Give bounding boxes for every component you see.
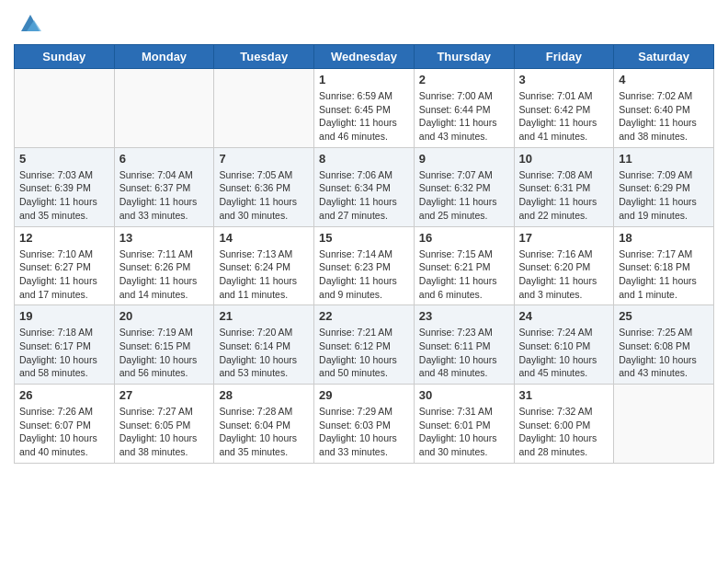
cell-details: Sunrise: 7:19 AM Sunset: 6:15 PM Dayligh… — [119, 326, 210, 380]
calendar-cell: 28Sunrise: 7:28 AM Sunset: 6:04 PM Dayli… — [214, 385, 314, 464]
calendar-cell: 7Sunrise: 7:05 AM Sunset: 6:36 PM Daylig… — [214, 147, 314, 226]
cell-details: Sunrise: 7:29 AM Sunset: 6:03 PM Dayligh… — [319, 405, 409, 459]
cell-details: Sunrise: 7:25 AM Sunset: 6:08 PM Dayligh… — [619, 326, 709, 380]
calendar-cell: 1Sunrise: 6:59 AM Sunset: 6:45 PM Daylig… — [314, 69, 415, 148]
day-number: 14 — [219, 231, 309, 245]
weekday-header-tuesday: Tuesday — [214, 45, 314, 69]
weekday-header-friday: Friday — [514, 45, 614, 69]
calendar-cell: 21Sunrise: 7:20 AM Sunset: 6:14 PM Dayli… — [214, 305, 314, 385]
cell-details: Sunrise: 7:08 AM Sunset: 6:31 PM Dayligh… — [519, 168, 609, 223]
calendar-cell: 10Sunrise: 7:08 AM Sunset: 6:31 PM Dayli… — [514, 147, 614, 226]
calendar-cell: 12Sunrise: 7:10 AM Sunset: 6:27 PM Dayli… — [15, 226, 115, 305]
calendar-cell: 25Sunrise: 7:25 AM Sunset: 6:08 PM Dayli… — [614, 305, 714, 385]
cell-details: Sunrise: 7:24 AM Sunset: 6:10 PM Dayligh… — [519, 326, 609, 380]
weekday-header-thursday: Thursday — [414, 45, 514, 69]
calendar-cell: 19Sunrise: 7:18 AM Sunset: 6:17 PM Dayli… — [15, 305, 115, 385]
week-row-3: 12Sunrise: 7:10 AM Sunset: 6:27 PM Dayli… — [15, 226, 714, 305]
cell-details: Sunrise: 6:59 AM Sunset: 6:45 PM Dayligh… — [319, 89, 409, 144]
cell-details: Sunrise: 7:32 AM Sunset: 6:00 PM Dayligh… — [519, 405, 609, 459]
day-number: 12 — [19, 231, 109, 245]
calendar-cell: 3Sunrise: 7:01 AM Sunset: 6:42 PM Daylig… — [514, 69, 614, 148]
cell-details: Sunrise: 7:05 AM Sunset: 6:36 PM Dayligh… — [219, 168, 309, 223]
cell-details: Sunrise: 7:04 AM Sunset: 6:37 PM Dayligh… — [119, 168, 210, 223]
page-container: SundayMondayTuesdayWednesdayThursdayFrid… — [0, 0, 728, 477]
calendar-cell: 8Sunrise: 7:06 AM Sunset: 6:34 PM Daylig… — [314, 147, 415, 226]
week-row-1: 1Sunrise: 6:59 AM Sunset: 6:45 PM Daylig… — [15, 69, 714, 148]
cell-details: Sunrise: 7:07 AM Sunset: 6:32 PM Dayligh… — [419, 168, 509, 223]
day-number: 26 — [19, 388, 109, 402]
day-number: 28 — [219, 388, 309, 402]
calendar-cell: 22Sunrise: 7:21 AM Sunset: 6:12 PM Dayli… — [314, 305, 415, 385]
cell-details: Sunrise: 7:18 AM Sunset: 6:17 PM Dayligh… — [19, 326, 109, 380]
week-row-5: 26Sunrise: 7:26 AM Sunset: 6:07 PM Dayli… — [15, 385, 714, 464]
day-number: 11 — [619, 152, 709, 166]
logo-icon — [17, 9, 43, 35]
cell-details: Sunrise: 7:01 AM Sunset: 6:42 PM Dayligh… — [519, 89, 609, 144]
calendar-cell: 24Sunrise: 7:24 AM Sunset: 6:10 PM Dayli… — [514, 305, 614, 385]
calendar-cell: 2Sunrise: 7:00 AM Sunset: 6:44 PM Daylig… — [414, 69, 514, 148]
calendar-cell: 14Sunrise: 7:13 AM Sunset: 6:24 PM Dayli… — [214, 226, 314, 305]
calendar-table: SundayMondayTuesdayWednesdayThursdayFrid… — [14, 44, 714, 464]
day-number: 6 — [119, 152, 210, 166]
calendar-cell — [614, 385, 714, 464]
calendar-cell: 18Sunrise: 7:17 AM Sunset: 6:18 PM Dayli… — [614, 226, 714, 305]
cell-details: Sunrise: 7:17 AM Sunset: 6:18 PM Dayligh… — [619, 247, 709, 302]
day-number: 15 — [319, 231, 409, 245]
weekday-header-saturday: Saturday — [614, 45, 714, 69]
day-number: 24 — [519, 309, 609, 323]
day-number: 31 — [519, 388, 609, 402]
calendar-cell: 17Sunrise: 7:16 AM Sunset: 6:20 PM Dayli… — [514, 226, 614, 305]
calendar-cell: 30Sunrise: 7:31 AM Sunset: 6:01 PM Dayli… — [414, 385, 514, 464]
cell-details: Sunrise: 7:02 AM Sunset: 6:40 PM Dayligh… — [619, 89, 709, 144]
cell-details: Sunrise: 7:26 AM Sunset: 6:07 PM Dayligh… — [19, 405, 109, 459]
calendar-cell — [114, 69, 214, 148]
cell-details: Sunrise: 7:28 AM Sunset: 6:04 PM Dayligh… — [219, 405, 309, 459]
cell-details: Sunrise: 7:14 AM Sunset: 6:23 PM Dayligh… — [319, 247, 409, 302]
cell-details: Sunrise: 7:16 AM Sunset: 6:20 PM Dayligh… — [519, 247, 609, 302]
calendar-cell — [214, 69, 314, 148]
week-row-2: 5Sunrise: 7:03 AM Sunset: 6:39 PM Daylig… — [15, 147, 714, 226]
cell-details: Sunrise: 7:10 AM Sunset: 6:27 PM Dayligh… — [19, 247, 109, 302]
day-number: 8 — [319, 152, 409, 166]
cell-details: Sunrise: 7:23 AM Sunset: 6:11 PM Dayligh… — [419, 326, 509, 380]
day-number: 9 — [419, 152, 509, 166]
day-number: 27 — [119, 388, 210, 402]
day-number: 16 — [419, 231, 509, 245]
calendar-cell — [15, 69, 115, 148]
day-number: 18 — [619, 231, 709, 245]
day-number: 21 — [219, 309, 309, 323]
day-number: 3 — [519, 73, 609, 86]
day-number: 2 — [419, 73, 509, 86]
day-number: 22 — [319, 309, 409, 323]
day-number: 30 — [419, 388, 509, 402]
day-number: 17 — [519, 231, 609, 245]
weekday-header-sunday: Sunday — [15, 45, 115, 69]
calendar-cell: 31Sunrise: 7:32 AM Sunset: 6:00 PM Dayli… — [514, 385, 614, 464]
day-number: 10 — [519, 152, 609, 166]
day-number: 7 — [219, 152, 309, 166]
calendar-cell: 9Sunrise: 7:07 AM Sunset: 6:32 PM Daylig… — [414, 147, 514, 226]
header — [14, 9, 714, 35]
calendar-cell: 15Sunrise: 7:14 AM Sunset: 6:23 PM Dayli… — [314, 226, 415, 305]
logo — [14, 9, 43, 35]
calendar-cell: 6Sunrise: 7:04 AM Sunset: 6:37 PM Daylig… — [114, 147, 214, 226]
week-row-4: 19Sunrise: 7:18 AM Sunset: 6:17 PM Dayli… — [15, 305, 714, 385]
calendar-cell: 20Sunrise: 7:19 AM Sunset: 6:15 PM Dayli… — [114, 305, 214, 385]
calendar-cell: 11Sunrise: 7:09 AM Sunset: 6:29 PM Dayli… — [614, 147, 714, 226]
calendar-cell: 23Sunrise: 7:23 AM Sunset: 6:11 PM Dayli… — [414, 305, 514, 385]
calendar-cell: 5Sunrise: 7:03 AM Sunset: 6:39 PM Daylig… — [15, 147, 115, 226]
day-number: 23 — [419, 309, 509, 323]
calendar-cell: 26Sunrise: 7:26 AM Sunset: 6:07 PM Dayli… — [15, 385, 115, 464]
day-number: 1 — [319, 73, 409, 86]
cell-details: Sunrise: 7:27 AM Sunset: 6:05 PM Dayligh… — [119, 405, 210, 459]
cell-details: Sunrise: 7:00 AM Sunset: 6:44 PM Dayligh… — [419, 89, 509, 144]
cell-details: Sunrise: 7:31 AM Sunset: 6:01 PM Dayligh… — [419, 405, 509, 459]
calendar-cell: 4Sunrise: 7:02 AM Sunset: 6:40 PM Daylig… — [614, 69, 714, 148]
day-number: 25 — [619, 309, 709, 323]
cell-details: Sunrise: 7:20 AM Sunset: 6:14 PM Dayligh… — [219, 326, 309, 380]
day-number: 29 — [319, 388, 409, 402]
weekday-header-wednesday: Wednesday — [314, 45, 415, 69]
cell-details: Sunrise: 7:09 AM Sunset: 6:29 PM Dayligh… — [619, 168, 709, 223]
cell-details: Sunrise: 7:21 AM Sunset: 6:12 PM Dayligh… — [319, 326, 409, 380]
day-number: 5 — [19, 152, 109, 166]
